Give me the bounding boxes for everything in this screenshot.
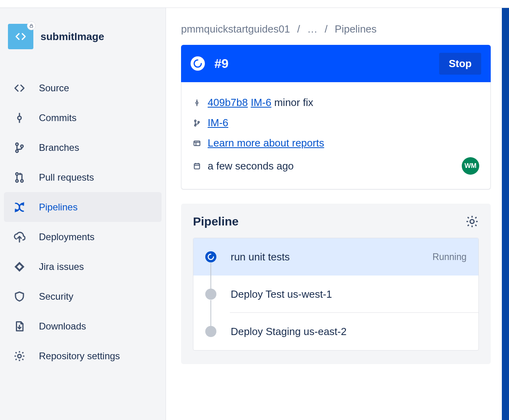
sidebar: submitImage Source Commits Branches xyxy=(0,8,166,420)
content: pmmquickstartguides01 / … / Pipelines #9… xyxy=(166,8,509,420)
commit-issue-link[interactable]: IM-6 xyxy=(251,96,271,108)
sidebar-item-label: Repository settings xyxy=(39,351,120,362)
commit-row: 409b7b8 IM-6 minor fix xyxy=(193,92,479,113)
svg-point-8 xyxy=(16,179,18,182)
pipelines-icon xyxy=(13,201,25,213)
info-card: 409b7b8 IM-6 minor fix IM-6 Learn more xyxy=(181,82,491,189)
calendar-icon xyxy=(193,162,201,170)
stop-button[interactable]: Stop xyxy=(439,53,481,75)
avatar[interactable]: WM xyxy=(462,157,479,175)
reports-icon xyxy=(193,139,201,148)
status-pending-icon xyxy=(205,289,216,300)
commit-icon xyxy=(13,112,25,124)
svg-point-16 xyxy=(195,120,196,121)
pipeline-step[interactable]: Deploy Test us-west-1 xyxy=(193,276,478,313)
svg-rect-0 xyxy=(30,26,33,28)
svg-rect-19 xyxy=(194,141,200,146)
sidebar-item-downloads[interactable]: Downloads xyxy=(4,311,162,341)
sidebar-item-branches[interactable]: Branches xyxy=(4,133,162,162)
svg-rect-22 xyxy=(194,164,199,169)
repo-header: submitImage xyxy=(0,24,166,73)
downloads-icon xyxy=(13,320,25,332)
step-label: Deploy Staging us-east-2 xyxy=(231,326,467,338)
svg-point-7 xyxy=(16,173,18,175)
sidebar-item-jira[interactable]: Jira issues xyxy=(4,252,162,281)
svg-point-1 xyxy=(18,116,21,119)
commit-message: minor fix xyxy=(274,96,313,108)
sidebar-item-settings[interactable]: Repository settings xyxy=(4,341,162,371)
commit-hash-link[interactable]: 409b7b8 xyxy=(208,96,248,108)
sidebar-item-label: Security xyxy=(39,291,73,302)
svg-point-9 xyxy=(21,179,23,182)
svg-point-12 xyxy=(18,354,21,358)
sidebar-item-pullrequests[interactable]: Pull requests xyxy=(4,162,162,192)
pipeline-step[interactable]: Deploy Staging us-east-2 xyxy=(193,313,478,350)
step-status: Running xyxy=(432,252,467,262)
pipeline-header: #9 Stop xyxy=(181,45,491,82)
sidebar-item-label: Commits xyxy=(39,112,77,123)
sidebar-item-label: Jira issues xyxy=(39,261,84,272)
shield-icon xyxy=(13,291,25,302)
pullrequest-icon xyxy=(13,171,25,183)
repo-name[interactable]: submitImage xyxy=(40,31,104,43)
svg-point-4 xyxy=(16,143,18,145)
sidebar-item-label: Downloads xyxy=(39,321,86,332)
time-row: a few seconds ago WM xyxy=(193,153,479,179)
run-number: #9 xyxy=(214,56,430,71)
settings-icon xyxy=(13,350,25,362)
svg-point-5 xyxy=(16,150,18,152)
sidebar-item-deployments[interactable]: Deployments xyxy=(4,222,162,252)
sidebar-item-commits[interactable]: Commits xyxy=(4,103,162,133)
sidebar-item-pipelines[interactable]: Pipelines xyxy=(4,192,162,222)
commit-icon xyxy=(193,98,201,107)
breadcrumb: pmmquickstartguides01 / … / Pipelines xyxy=(181,23,491,35)
svg-point-6 xyxy=(21,145,23,147)
lock-icon xyxy=(27,21,36,30)
breadcrumb-workspace[interactable]: pmmquickstartguides01 xyxy=(181,23,290,35)
sidebar-item-label: Pipelines xyxy=(39,202,77,213)
reports-link[interactable]: Learn more about reports xyxy=(208,137,324,149)
breadcrumb-ellipsis[interactable]: … xyxy=(307,23,318,35)
sidebar-item-label: Pull requests xyxy=(39,172,94,183)
breadcrumb-separator: / xyxy=(325,23,328,35)
sidebar-item-label: Source xyxy=(39,83,69,94)
svg-point-26 xyxy=(470,220,474,223)
pipeline-step[interactable]: run unit tests Running xyxy=(193,238,478,276)
jira-icon xyxy=(13,261,25,273)
branch-link[interactable]: IM-6 xyxy=(208,117,228,129)
time-text: a few seconds ago xyxy=(208,160,294,172)
sidebar-item-security[interactable]: Security xyxy=(4,281,162,311)
pipeline-panel: Pipeline run unit tests Running xyxy=(181,204,491,364)
svg-point-18 xyxy=(198,121,199,123)
breadcrumb-current: Pipelines xyxy=(335,23,377,35)
status-running-icon xyxy=(191,56,205,71)
sidebar-item-source[interactable]: Source xyxy=(4,73,162,103)
gear-icon[interactable] xyxy=(465,215,479,228)
scrollbar[interactable] xyxy=(502,8,509,420)
svg-point-13 xyxy=(196,102,198,104)
sidebar-item-label: Branches xyxy=(39,142,79,153)
breadcrumb-separator: / xyxy=(297,23,300,35)
reports-row: Learn more about reports xyxy=(193,133,479,153)
svg-point-17 xyxy=(195,125,196,126)
sidebar-item-label: Deployments xyxy=(39,231,94,243)
deployments-icon xyxy=(13,231,25,243)
status-pending-icon xyxy=(205,326,216,337)
branch-icon xyxy=(193,119,201,127)
branch-icon xyxy=(13,142,25,154)
panel-title: Pipeline xyxy=(193,215,239,228)
step-label: Deploy Test us-west-1 xyxy=(231,288,467,301)
status-running-icon xyxy=(205,251,216,262)
branch-row: IM-6 xyxy=(193,113,479,133)
step-label: run unit tests xyxy=(231,251,418,263)
code-icon xyxy=(13,82,25,94)
